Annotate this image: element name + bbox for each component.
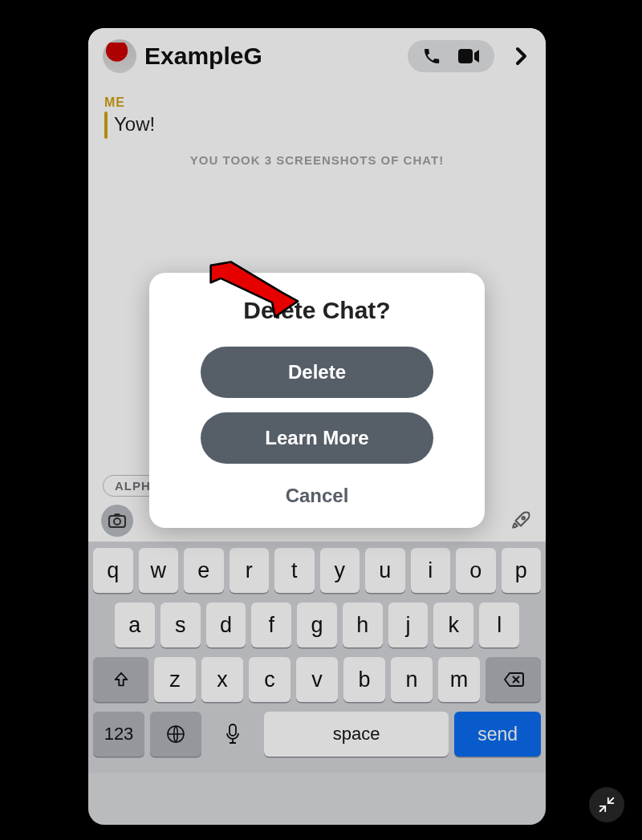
key-v[interactable]: v xyxy=(296,657,338,702)
dictation-key[interactable] xyxy=(207,712,258,757)
key-c[interactable]: c xyxy=(249,657,291,702)
keyboard-row-1: q w e r t y u i o p xyxy=(93,548,541,593)
key-g[interactable]: g xyxy=(297,603,337,647)
collapse-icon[interactable] xyxy=(589,787,624,822)
delete-button[interactable]: Delete xyxy=(201,347,433,398)
numeric-key[interactable]: 123 xyxy=(93,712,144,757)
svg-rect-5 xyxy=(230,724,236,736)
key-i[interactable]: i xyxy=(411,548,451,593)
learn-more-button[interactable]: Learn More xyxy=(201,412,433,464)
shift-key[interactable] xyxy=(93,657,148,702)
backspace-key[interactable] xyxy=(486,657,541,702)
rocket-icon[interactable] xyxy=(509,509,533,533)
key-p[interactable]: p xyxy=(502,548,542,593)
key-w[interactable]: w xyxy=(139,548,179,593)
keyboard-row-3: z x c v b n m xyxy=(93,657,541,702)
key-a[interactable]: a xyxy=(115,603,155,647)
key-u[interactable]: u xyxy=(365,548,405,593)
svg-point-3 xyxy=(522,517,525,519)
svg-point-2 xyxy=(114,518,120,525)
key-m[interactable]: m xyxy=(438,657,480,702)
cancel-button[interactable]: Cancel xyxy=(167,478,467,512)
keyboard: q w e r t y u i o p a s d f g h j k l z xyxy=(88,542,546,773)
key-e[interactable]: e xyxy=(184,548,224,593)
key-h[interactable]: h xyxy=(343,603,383,647)
message-row[interactable]: Yow! xyxy=(104,112,530,139)
key-b[interactable]: b xyxy=(343,657,385,702)
key-s[interactable]: s xyxy=(160,603,201,647)
key-q[interactable]: q xyxy=(93,548,133,593)
video-icon[interactable] xyxy=(457,48,480,64)
chat-header: ExampleG xyxy=(88,28,546,84)
key-z[interactable]: z xyxy=(154,657,196,702)
chevron-right-icon[interactable] xyxy=(507,43,534,70)
key-x[interactable]: x xyxy=(201,657,243,702)
delete-chat-modal: Delete Chat? Delete Learn More Cancel xyxy=(149,273,485,528)
phone-icon[interactable] xyxy=(422,47,441,66)
modal-title: Delete Chat? xyxy=(167,297,467,324)
call-controls xyxy=(408,40,494,72)
message-text: Yow! xyxy=(114,112,155,139)
sender-me-label: ME xyxy=(104,95,530,110)
space-key[interactable]: space xyxy=(264,712,449,757)
globe-key[interactable] xyxy=(150,712,201,757)
key-f[interactable]: f xyxy=(251,603,291,647)
key-d[interactable]: d xyxy=(206,603,246,647)
system-notice: YOU TOOK 3 SCREENSHOTS OF CHAT! xyxy=(104,153,530,167)
key-o[interactable]: o xyxy=(456,548,496,593)
key-n[interactable]: n xyxy=(391,657,433,702)
contact-name[interactable]: ExampleG xyxy=(144,43,400,70)
key-t[interactable]: t xyxy=(274,548,315,593)
camera-button[interactable] xyxy=(101,505,133,537)
keyboard-row-4: 123 space send xyxy=(93,712,541,757)
keyboard-row-2: a s d f g h j k l xyxy=(93,603,541,647)
key-y[interactable]: y xyxy=(320,548,360,593)
phone-screen: ExampleG ME Yow! YOU TOOK 3 SCREENSHOTS … xyxy=(88,28,546,825)
key-r[interactable]: r xyxy=(230,548,270,593)
key-j[interactable]: j xyxy=(388,603,429,647)
message-accent-bar xyxy=(104,112,108,139)
svg-rect-0 xyxy=(458,49,473,63)
key-l[interactable]: l xyxy=(479,603,519,647)
contact-avatar[interactable] xyxy=(103,39,136,73)
key-k[interactable]: k xyxy=(433,603,473,647)
send-key[interactable]: send xyxy=(454,712,541,757)
